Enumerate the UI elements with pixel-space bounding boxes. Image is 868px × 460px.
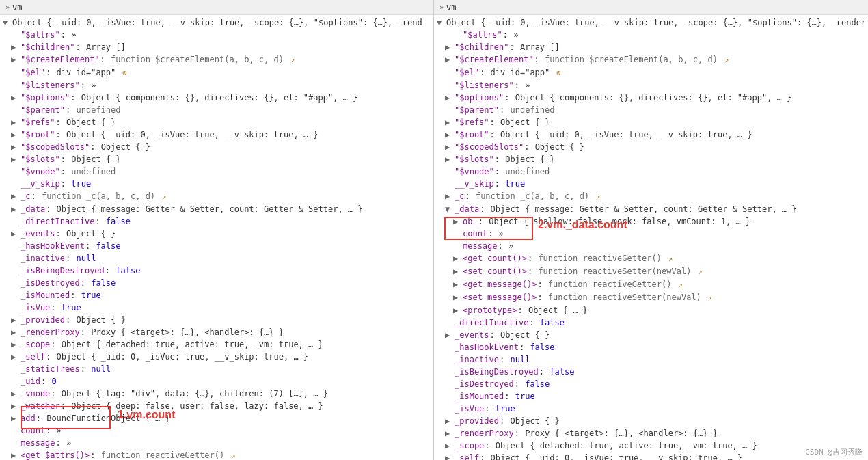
tree-line[interactable]: ▶ "$root": Object { _uid: 0, _isVue: tru… xyxy=(0,128,433,141)
tree-line[interactable]: _inactive: null xyxy=(434,353,868,366)
toggle-collapsed[interactable]: ▶ xyxy=(11,228,21,240)
toggle-expanded[interactable]: ▼ xyxy=(445,203,455,215)
tree-line[interactable]: ▶ <prototype>: Object { … } xyxy=(434,304,868,316)
tree-line[interactable]: ▶ _c: function _c(a, b, c, d) ↗ xyxy=(0,190,433,203)
tree-line[interactable]: ▶ <set count()>: function reactiveSetter… xyxy=(434,265,868,278)
tree-line[interactable]: _hasHookEvent: false xyxy=(434,341,868,353)
toggle-collapsed[interactable]: ▶ xyxy=(11,128,21,141)
toggle-collapsed[interactable]: ▶ xyxy=(11,53,21,66)
tree-line[interactable]: _isMounted: true xyxy=(434,390,868,403)
tree-line[interactable]: "$parent": undefined xyxy=(434,104,868,116)
toggle-collapsed[interactable]: ▶ xyxy=(11,400,21,412)
tree-line[interactable]: _isDestroyed: false xyxy=(434,378,868,390)
tree-line[interactable]: "$attrs": » xyxy=(0,29,433,41)
tree-line[interactable]: ▶ "$children": Array [] xyxy=(434,41,868,53)
tree-line[interactable]: ▶ "$refs": Object { } xyxy=(0,116,433,128)
tree-line[interactable]: ▶ _events: Object { } xyxy=(0,228,433,240)
tree-line[interactable]: ▶ _scope: Object { detached: true, activ… xyxy=(0,338,433,351)
tree-line[interactable]: ▶ _events: Object { } xyxy=(434,329,868,341)
tree-line[interactable]: ▶ <get message()>: function reactiveGett… xyxy=(434,278,868,291)
tree-line[interactable]: _isVue: true xyxy=(0,301,433,314)
tree-line[interactable]: ▶ _provided: Object { } xyxy=(434,415,868,427)
tree-line[interactable]: __v_skip: true xyxy=(434,178,868,190)
tree-line[interactable]: ▶ <get count()>: function reactiveGetter… xyxy=(434,252,868,265)
toggle-collapsed[interactable]: ▶ xyxy=(11,412,21,424)
toggle-collapsed[interactable]: ▶ xyxy=(11,92,21,104)
toggle-collapsed[interactable]: ▶ xyxy=(445,452,455,460)
toggle-collapsed[interactable]: ▶ xyxy=(445,92,455,104)
tree-line[interactable]: ▶ _provided: Object { } xyxy=(0,314,433,326)
tree-line[interactable]: ▶ "$scopedSlots": Object { } xyxy=(0,141,433,153)
tree-line[interactable]: __v_skip: true xyxy=(0,178,433,190)
tree-line[interactable]: ▶ ob_: Object { shallow: false, mock: fa… xyxy=(434,215,868,228)
tree-line[interactable]: _staticTrees: null xyxy=(0,363,433,375)
tree-line[interactable]: ▶ add: BoundFunctionObject { … } xyxy=(0,412,433,424)
toggle-collapsed[interactable]: ▶ xyxy=(445,153,455,165)
tree-line[interactable]: _directInactive: false xyxy=(434,316,868,329)
toggle-collapsed[interactable]: ▶ xyxy=(11,203,21,215)
tree-line[interactable]: count: » xyxy=(0,424,433,437)
tree-line[interactable]: ▶ _self: Object { _uid: 0, _isVue: true,… xyxy=(0,351,433,363)
tree-line[interactable]: _directInactive: false xyxy=(0,215,433,228)
tree-line[interactable]: ▶ _watcher: Object { deep: false, user: … xyxy=(0,400,433,412)
toggle-collapsed[interactable]: ▶ xyxy=(11,314,21,326)
toggle-collapsed[interactable]: ▶ xyxy=(11,116,21,128)
toggle-collapsed[interactable]: ▶ xyxy=(445,128,455,141)
tree-line[interactable]: ▶ _renderProxy: Proxy { <target>: {…}, <… xyxy=(434,427,868,439)
toggle-collapsed[interactable]: ▶ xyxy=(453,252,463,265)
left-panel-content[interactable]: ▼ Object { _uid: 0, _isVue: true, __v_sk… xyxy=(0,15,433,460)
toggle-collapsed[interactable]: ▶ xyxy=(445,439,455,452)
toggle-collapsed[interactable]: ▶ xyxy=(11,338,21,351)
tree-line[interactable]: ▶ _scope: Object { detached: true, activ… xyxy=(434,439,868,452)
tree-line[interactable]: _inactive: null xyxy=(0,252,433,265)
tree-line[interactable]: "$vnode": undefined xyxy=(434,165,868,178)
tree-line[interactable]: ▼ Object { _uid: 0, _isVue: true, __v_sk… xyxy=(0,16,433,29)
toggle-collapsed[interactable]: ▶ xyxy=(445,53,455,66)
toggle-collapsed[interactable]: ▶ xyxy=(453,304,463,316)
tree-line[interactable]: "$listeners": » xyxy=(0,79,433,92)
tree-line[interactable]: ▶ "$options": Object { components: {}, d… xyxy=(0,92,433,104)
tree-line[interactable]: ▶ "$root": Object { _uid: 0, _isVue: tru… xyxy=(434,128,868,141)
toggle-collapsed[interactable]: ▶ xyxy=(445,415,455,427)
toggle-collapsed[interactable]: ▶ xyxy=(445,141,455,153)
toggle-expanded[interactable]: ▼ xyxy=(3,16,12,29)
tree-line[interactable]: ▶ "$slots": Object { } xyxy=(0,153,433,165)
toggle-collapsed[interactable]: ▶ xyxy=(11,449,21,460)
toggle-collapsed[interactable]: ▶ xyxy=(11,326,21,338)
tree-line[interactable]: ▼ _data: Object { message: Getter & Sett… xyxy=(434,203,868,215)
toggle-collapsed[interactable]: ▶ xyxy=(453,291,463,303)
tree-line[interactable]: ▶ "$scopedSlots": Object { } xyxy=(434,141,868,153)
tree-line[interactable]: _isVue: true xyxy=(434,403,868,415)
tree-line[interactable]: count: » xyxy=(434,228,868,240)
tree-line[interactable]: ▶ "$options": Object { components: {}, d… xyxy=(434,92,868,104)
tree-line[interactable]: ▶ _data: Object { message: Getter & Sett… xyxy=(0,203,433,215)
toggle-collapsed[interactable]: ▶ xyxy=(445,41,455,53)
tree-line[interactable]: _isMounted: true xyxy=(0,289,433,301)
toggle-collapsed[interactable]: ▶ xyxy=(11,153,21,165)
tree-line[interactable]: message: » xyxy=(434,240,868,252)
toggle-collapsed[interactable]: ▶ xyxy=(453,215,463,228)
tree-line[interactable]: _isDestroyed: false xyxy=(0,277,433,289)
tree-line[interactable]: "$attrs": » xyxy=(434,29,868,41)
toggle-collapsed[interactable]: ▶ xyxy=(11,351,21,363)
tree-line[interactable]: "$listeners": » xyxy=(434,79,868,92)
tree-line[interactable]: ▼ Object { _uid: 0, _isVue: true, __v_sk… xyxy=(434,16,868,29)
tree-line[interactable]: ▶ _vnode: Object { tag: "div", data: {…}… xyxy=(0,388,433,400)
tree-line[interactable]: "$parent": undefined xyxy=(0,104,433,116)
tree-line[interactable]: _isBeingDestroyed: false xyxy=(434,366,868,378)
toggle-collapsed[interactable]: ▶ xyxy=(445,427,455,439)
tree-line[interactable]: ▶ "$refs": Object { } xyxy=(434,116,868,128)
right-panel-content[interactable]: ▼ Object { _uid: 0, _isVue: true, __v_sk… xyxy=(434,15,868,460)
tree-line[interactable]: "$el": div id="app" ⚙ xyxy=(0,66,433,79)
tree-line[interactable]: "$vnode": undefined xyxy=(0,165,433,178)
tree-line[interactable]: _uid: 0 xyxy=(0,375,433,388)
toggle-collapsed[interactable]: ▶ xyxy=(453,278,463,290)
toggle-collapsed[interactable]: ▶ xyxy=(445,190,455,202)
toggle-collapsed[interactable]: ▶ xyxy=(445,116,455,128)
tree-line[interactable]: ▶ "$createElement": function $createElem… xyxy=(0,53,433,66)
tree-line[interactable]: ▶ _renderProxy: Proxy { <target>: {…}, <… xyxy=(0,326,433,338)
tree-line[interactable]: ▶ <set message()>: function reactiveSett… xyxy=(434,291,868,304)
tree-line[interactable]: _isBeingDestroyed: false xyxy=(0,265,433,277)
tree-line[interactable]: message: » xyxy=(0,437,433,449)
toggle-collapsed[interactable]: ▶ xyxy=(453,265,463,278)
